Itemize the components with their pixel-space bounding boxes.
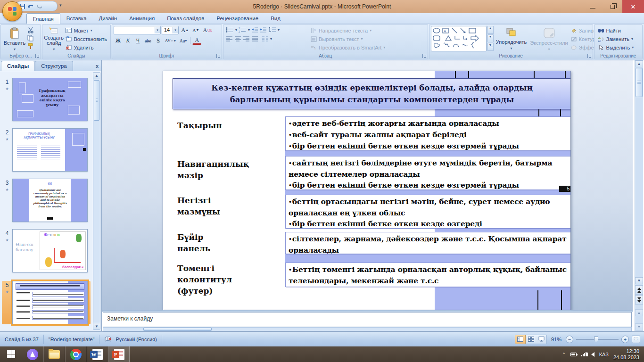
copy-icon[interactable] (27, 35, 34, 41)
tray-hidden-icons-icon[interactable]: ⌃ (562, 352, 566, 357)
character-spacing-button[interactable]: AV↔▾ (164, 36, 177, 45)
row-label-5[interactable]: Төменгі колонтитул (футер) (177, 263, 276, 296)
file-explorer-button[interactable] (43, 346, 65, 362)
italic-button[interactable]: К (124, 36, 132, 45)
tab-view[interactable]: Вид (264, 13, 287, 24)
row-label-2[interactable]: Навигациялық мәзір (177, 158, 276, 181)
slide-thumbnail-2[interactable]: 2★ ГРАФИКАЛЫҚ АҚПАРАТТЫ ҰСЫНУ (2, 128, 91, 172)
paste-button[interactable]: Вставить▾ (2, 26, 27, 52)
horizontal-scrollbar-thumb[interactable] (143, 328, 212, 331)
office-button[interactable] (2, 1, 22, 21)
panel-scroll-up-icon[interactable]: ▲ (93, 73, 100, 79)
zoom-in-button[interactable]: + (621, 336, 629, 343)
text-shadow-button[interactable]: S (154, 36, 163, 45)
volume-icon[interactable] (591, 352, 594, 357)
zoom-slider-thumb[interactable] (594, 337, 598, 342)
new-slide-button[interactable]: Создать слайд▾ (44, 26, 64, 52)
tab-review[interactable]: Рецензирование (210, 13, 264, 24)
main-scrollbar[interactable]: ▲ ▼ ▲ ▼ (635, 60, 643, 331)
main-scrollbar-thumb[interactable] (636, 68, 643, 97)
decrease-indent-icon[interactable] (251, 27, 258, 33)
reset-slide-button[interactable]: Восстановить (64, 35, 108, 42)
quick-styles-button[interactable]: Экспресс-стили▾ (529, 26, 569, 52)
strikethrough-button[interactable]: abe (143, 36, 153, 45)
close-button[interactable]: ✕ (622, 0, 644, 13)
slide-thumbnail-4[interactable]: 4★ Өзін-өзі бағалау Жетістік баспалдағы (2, 229, 91, 272)
find-button[interactable]: Найти (596, 27, 636, 34)
panel-close-icon[interactable]: x (96, 63, 99, 69)
notes-scroll-up-icon[interactable]: ▲ (635, 309, 643, 316)
taskbar-clock[interactable]: 12:30 24.08.2023 (613, 348, 639, 361)
battery-icon[interactable] (570, 353, 577, 356)
bold-button[interactable]: Ж (114, 36, 123, 45)
notes-scroll-down-icon[interactable]: ▼ (635, 323, 643, 330)
powerpoint-taskbar-button[interactable]: P (108, 346, 130, 362)
align-left-icon[interactable] (226, 36, 233, 42)
font-color-button[interactable]: А (192, 37, 201, 45)
spellcheck-icon[interactable] (104, 336, 112, 343)
convert-smartart-button[interactable]: Преобразовать в SmartArt▾ (309, 44, 387, 51)
panel-scrollbar-thumb[interactable] (94, 80, 99, 121)
delete-slide-button[interactable]: Удалить (64, 44, 108, 51)
slide-thumbnail-1[interactable]: 1★ Графикалық ақпаратты екілік кодта ұсы… (2, 78, 91, 121)
slideshow-view-button[interactable] (536, 335, 546, 344)
shrink-font-button[interactable]: A▼ (191, 26, 200, 34)
slide-thumbnail-5-selected[interactable]: 5★ (2, 281, 91, 324)
word-button[interactable]: W (87, 346, 108, 362)
row-content-5[interactable]: Беттің төменгі жағында орналасқан авторл… (285, 263, 571, 287)
format-painter-icon[interactable] (27, 43, 34, 49)
panel-scroll-down-icon[interactable]: ▼ (93, 323, 100, 329)
cut-icon[interactable] (27, 27, 34, 33)
zoom-slider[interactable] (576, 339, 619, 340)
panel-scrollbar[interactable]: ▲ ▼ (93, 72, 100, 330)
row-content-4[interactable]: сілтемелер, жарнама, дәйексөздер және т.… (285, 232, 571, 254)
assistant-button[interactable] (22, 346, 43, 362)
align-right-icon[interactable] (243, 36, 250, 42)
font-dialog-launcher[interactable] (216, 54, 221, 58)
slide-title[interactable]: Кез-келген құжаттың өзіндік ерекшеліктер… (173, 78, 571, 109)
clear-formatting-button[interactable]: A⌫ (201, 26, 214, 34)
arrange-button[interactable]: Упорядочить▾ (494, 26, 529, 52)
underline-button[interactable]: Ч (133, 36, 142, 45)
scroll-down-icon[interactable]: ▼ (635, 277, 643, 284)
tab-design[interactable]: Дизайн (93, 13, 124, 24)
row-label-1[interactable]: Тақырып (177, 120, 276, 131)
panel-tab-outline[interactable]: Структура (35, 61, 73, 71)
slide-thumbnail-3[interactable]: 3★ 66 Quotations are commonly printed as… (2, 179, 91, 222)
previous-slide-button[interactable] (635, 285, 643, 295)
input-language-indicator[interactable]: КАЗ (599, 352, 609, 357)
normal-view-button[interactable] (515, 335, 526, 344)
tab-slideshow[interactable]: Показ слайдов (161, 13, 210, 24)
restore-button[interactable] (603, 0, 622, 13)
tab-animation[interactable]: Анимация (123, 13, 161, 24)
select-button[interactable]: Выделить▾ (596, 44, 636, 51)
change-case-button[interactable]: Aa▾ (178, 36, 189, 45)
numbering-icon[interactable]: 12 (239, 27, 247, 33)
text-direction-button[interactable]: A Направление текста▾ (309, 27, 387, 34)
replace-button[interactable]: abac Заменить▾ (596, 35, 636, 42)
layout-button[interactable]: Макет▾ (64, 27, 108, 34)
start-button[interactable] (0, 346, 22, 362)
drawing-dialog-launcher[interactable] (587, 54, 592, 58)
minimize-button[interactable] (583, 0, 603, 13)
fit-to-window-button[interactable]: ⛶ (632, 336, 640, 343)
shapes-gallery-more[interactable]: ▼̲ (487, 43, 494, 51)
notes-pane[interactable]: Заметки к слайду (103, 312, 632, 327)
paragraph-dialog-launcher[interactable] (422, 54, 427, 58)
font-name-combo[interactable]: ▾ (114, 26, 161, 34)
shapes-gallery[interactable]: A (431, 26, 487, 51)
row-label-3[interactable]: Негізгі мазмұны (177, 195, 276, 217)
clipboard-dialog-launcher[interactable] (35, 54, 40, 58)
bullets-icon[interactable] (226, 27, 234, 33)
horizontal-scrollbar[interactable] (103, 327, 632, 331)
shapes-scroll-down[interactable]: ▼ (487, 34, 494, 42)
zoom-out-button[interactable]: − (566, 336, 573, 343)
increase-indent-icon[interactable] (260, 27, 267, 33)
row-content-3[interactable]: беттің ортасындағы негізгі мәтін, бейне,… (285, 195, 571, 229)
align-text-button[interactable]: Выровнять текст▾ (309, 35, 387, 42)
row-label-4[interactable]: Бүйір панель (177, 231, 276, 254)
slide-canvas[interactable]: Кез-келген құжаттың өзіндік ерекшеліктер… (102, 60, 633, 310)
shapes-scroll-up[interactable]: ▲ (487, 26, 494, 34)
row-content-2[interactable]: сайттың негізгі бөлімдеріне өтуге мүмінд… (285, 156, 571, 190)
columns-icon[interactable] (262, 36, 269, 42)
